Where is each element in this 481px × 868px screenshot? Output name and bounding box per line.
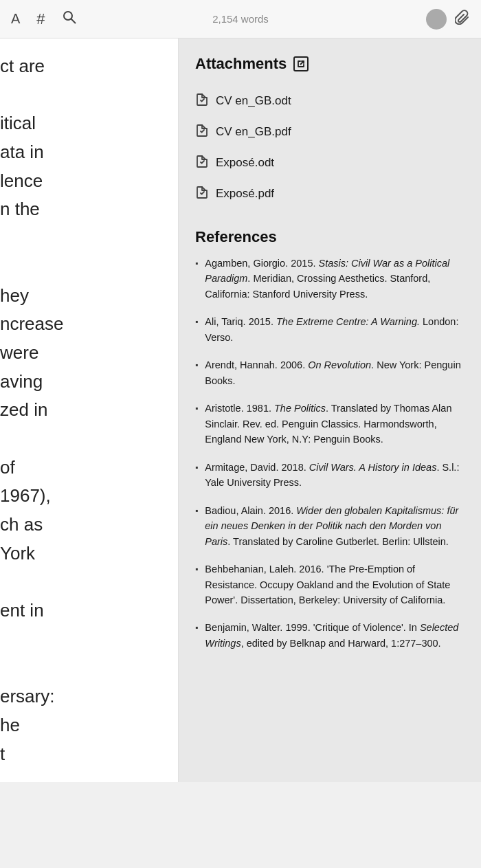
attachment-file-icon-4 bbox=[195, 185, 209, 202]
attachment-item-4[interactable]: Exposé.pdf bbox=[195, 178, 465, 209]
search-icon[interactable] bbox=[62, 10, 77, 28]
ref-text-2: Ali, Tariq. 2015. The Extreme Centre: A … bbox=[205, 314, 465, 345]
attachment-list: CV en_GB.odt CV en_GB.pdf bbox=[195, 85, 465, 209]
ref-text-4: Aristotle. 1981. The Politics. Translate… bbox=[205, 401, 465, 447]
left-line-11: were bbox=[0, 339, 171, 368]
attachment-item-3[interactable]: Exposé.odt bbox=[195, 147, 465, 178]
attachments-title: Attachments bbox=[195, 55, 465, 73]
ref-text-7: Behbehanian, Laleh. 2016. 'The Pre-Empti… bbox=[205, 561, 465, 608]
attachment-name-3: Exposé.odt bbox=[216, 156, 274, 170]
bullet-1: ▪ bbox=[195, 257, 198, 302]
reference-item-4: ▪ Aristotle. 1981. The Politics. Transla… bbox=[195, 401, 465, 447]
toolbar: A # 2,154 words bbox=[0, 0, 481, 38]
left-line-12: aving bbox=[0, 368, 171, 397]
reference-item-6: ▪ Badiou, Alain. 2016. Wider den globale… bbox=[195, 503, 465, 549]
references-list: ▪ Agamben, Giorgio. 2015. Stasis: Civil … bbox=[195, 256, 465, 651]
svg-line-1 bbox=[71, 19, 76, 24]
attachment-file-icon-3 bbox=[195, 154, 209, 171]
avatar[interactable] bbox=[426, 9, 447, 30]
bullet-7: ▪ bbox=[195, 563, 198, 608]
reference-item-1: ▪ Agamben, Giorgio. 2015. Stasis: Civil … bbox=[195, 256, 465, 302]
ref-text-3: Arendt, Hannah. 2006. On Revolution. New… bbox=[205, 357, 465, 388]
bullet-6: ▪ bbox=[195, 504, 198, 549]
left-line-15: of bbox=[0, 454, 171, 482]
toolbar-right bbox=[426, 9, 470, 30]
left-line-16: 1967), bbox=[0, 482, 171, 511]
word-count: 2,154 words bbox=[212, 13, 269, 25]
references-title: References bbox=[195, 228, 465, 246]
attachment-name-4: Exposé.pdf bbox=[216, 187, 274, 201]
attachment-item-2[interactable]: CV en_GB.pdf bbox=[195, 116, 465, 147]
hashtag-icon[interactable]: # bbox=[36, 10, 45, 28]
ref-text-6: Badiou, Alain. 2016. Wider den globalen … bbox=[205, 503, 465, 549]
left-line-23: ersary: bbox=[0, 682, 171, 711]
left-line-22 bbox=[0, 654, 171, 682]
bullet-8: ▪ bbox=[195, 621, 198, 651]
left-line-10: ncrease bbox=[0, 310, 171, 339]
toolbar-left: A # bbox=[11, 10, 77, 28]
left-line-24: he bbox=[0, 711, 171, 740]
font-icon[interactable]: A bbox=[11, 11, 20, 27]
attachment-file-icon-1 bbox=[195, 92, 209, 109]
bullet-4: ▪ bbox=[195, 402, 198, 447]
bullet-3: ▪ bbox=[195, 359, 198, 388]
left-line-4: ata in bbox=[0, 138, 171, 167]
left-line-20: ent in bbox=[0, 597, 171, 625]
reference-item-3: ▪ Arendt, Hannah. 2006. On Revolution. N… bbox=[195, 357, 465, 388]
reference-item-7: ▪ Behbehanian, Laleh. 2016. 'The Pre-Emp… bbox=[195, 561, 465, 608]
bullet-2: ▪ bbox=[195, 315, 198, 345]
left-line-14 bbox=[0, 425, 171, 454]
right-panel: Attachments CV en_GB.odt bbox=[179, 38, 481, 782]
left-line-1: ct are bbox=[0, 52, 171, 81]
left-line-2 bbox=[0, 81, 171, 110]
left-line-19 bbox=[0, 568, 171, 597]
attachment-name-2: CV en_GB.pdf bbox=[216, 125, 291, 139]
left-line-3: itical bbox=[0, 109, 171, 138]
left-line-6: n the bbox=[0, 195, 171, 224]
attachment-name-1: CV en_GB.odt bbox=[216, 94, 291, 108]
paperclip-icon[interactable] bbox=[455, 10, 470, 28]
ref-text-8: Benjamin, Walter. 1999. 'Critique of Vio… bbox=[205, 620, 465, 651]
reference-item-2: ▪ Ali, Tariq. 2015. The Extreme Centre: … bbox=[195, 314, 465, 345]
left-panel-text: ct are itical ata in lence n the hey ncr… bbox=[0, 52, 178, 768]
left-line-25: t bbox=[0, 740, 171, 769]
left-line-18: York bbox=[0, 539, 171, 568]
left-line-21 bbox=[0, 625, 171, 654]
reference-item-8: ▪ Benjamin, Walter. 1999. 'Critique of V… bbox=[195, 620, 465, 651]
attachment-file-icon-2 bbox=[195, 123, 209, 140]
ref-text-5: Armitage, David. 2018. Civil Wars. A His… bbox=[205, 460, 465, 491]
left-line-5: lence bbox=[0, 167, 171, 196]
content-wrapper: ct are itical ata in lence n the hey ncr… bbox=[0, 38, 481, 782]
attachment-item-1[interactable]: CV en_GB.odt bbox=[195, 85, 465, 116]
svg-point-0 bbox=[64, 12, 72, 20]
attachments-title-text: Attachments bbox=[195, 55, 287, 73]
left-panel: ct are itical ata in lence n the hey ncr… bbox=[0, 38, 179, 782]
reference-item-5: ▪ Armitage, David. 2018. Civil Wars. A H… bbox=[195, 460, 465, 491]
bullet-5: ▪ bbox=[195, 461, 198, 491]
left-line-7 bbox=[0, 224, 171, 253]
left-line-8 bbox=[0, 253, 171, 282]
left-line-13: zed in bbox=[0, 396, 171, 425]
ref-text-1: Agamben, Giorgio. 2015. Stasis: Civil Wa… bbox=[205, 256, 465, 302]
left-line-9: hey bbox=[0, 282, 171, 311]
left-line-17: ch as bbox=[0, 511, 171, 539]
external-link-icon[interactable] bbox=[293, 56, 309, 71]
